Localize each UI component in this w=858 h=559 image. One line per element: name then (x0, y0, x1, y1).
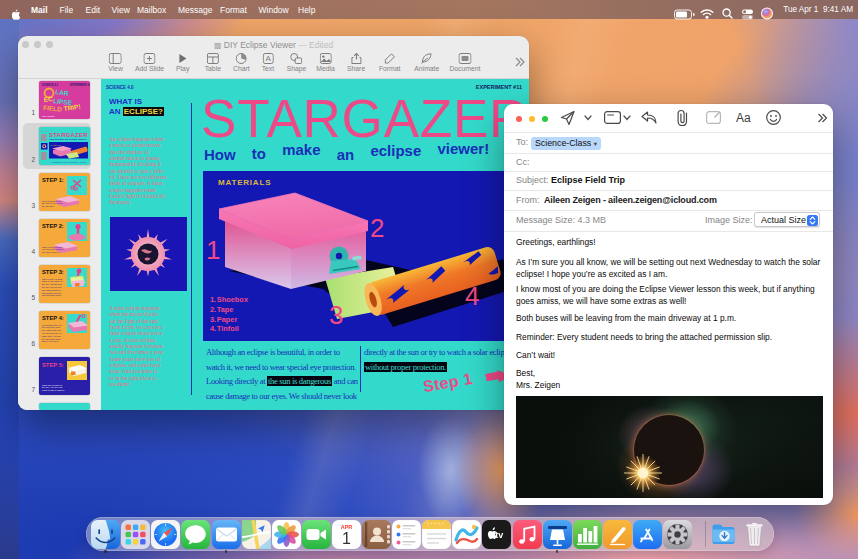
svg-text:see the white paper: see the white paper (42, 338, 61, 340)
svg-text:the pin-covered hole.: the pin-covered hole. (42, 286, 63, 288)
svg-text:LAR: LAR (55, 88, 70, 97)
svg-text:box. This is the hole: box. This is the hole (42, 329, 62, 331)
svg-text:the long side of the: the long side of the (42, 326, 61, 328)
svg-text:STEP 3:: STEP 3: (42, 269, 64, 275)
svg-text:the top on one end of: the top on one end of (42, 202, 63, 204)
svg-text:should hit the paper.: should hit the paper. (42, 294, 62, 296)
svg-text:the shoebox.: the shoebox. (42, 205, 55, 207)
svg-text:tv: tv (496, 530, 504, 540)
svg-text:ready to safely observe: ready to safely observe (42, 389, 65, 391)
svg-text:Tape a piece of tinfoil: Tape a piece of tinfoil (42, 246, 63, 248)
svg-text:pin, poke a hole in: pin, poke a hole in (42, 251, 61, 254)
svg-text:FIELD: FIELD (43, 104, 63, 113)
svg-text:1: 1 (206, 235, 220, 265)
svg-text:the box. You are now: the box. You are now (42, 386, 63, 388)
svg-text:SCIENCE 4.2: SCIENCE 4.2 (42, 83, 58, 87)
svg-text:APR: APR (341, 523, 353, 529)
svg-text:EC: EC (43, 95, 53, 103)
svg-text:STEP 2:: STEP 2: (42, 223, 64, 229)
svg-text:STEP 1:: STEP 1: (42, 177, 64, 183)
svg-text:MATERIALS: MATERIALS (51, 144, 62, 146)
svg-text:1: 1 (342, 530, 351, 547)
svg-text:Tape a piece of white: Tape a piece of white (42, 278, 63, 280)
svg-text:paper to the inside of: paper to the inside of (42, 280, 63, 282)
svg-text:The light coming in: The light coming in (42, 289, 61, 291)
svg-text:make sure you can: make sure you can (42, 335, 61, 337)
svg-text:How to make an eclipse viewer!: How to make an eclipse viewer! (49, 138, 87, 141)
svg-text:Cut a small hole into: Cut a small hole into (42, 200, 63, 202)
svg-text:EXPERIMENT #11: EXPERIMENT #11 (70, 83, 90, 87)
svg-text:Place the lid back on: Place the lid back on (42, 384, 63, 386)
svg-text:3: 3 (329, 300, 343, 330)
svg-text:4: 4 (465, 281, 479, 311)
svg-text:A: A (265, 54, 271, 63)
svg-text:over the hole. Using a: over the hole. Using a (42, 248, 64, 250)
svg-text:Although an eclipse is beautif: Although an eclipse is beautiful, in ord… (51, 161, 87, 164)
svg-text:STEP 4:: STEP 4: (42, 315, 64, 321)
svg-text:STEP 5:: STEP 5: (42, 362, 64, 368)
svg-text:through the pin hole: through the pin hole (42, 292, 62, 294)
svg-text:Cut another hole on: Cut another hole on (42, 324, 62, 326)
svg-text:Mrs. Zeigen: Mrs. Zeigen (42, 115, 55, 118)
svg-text:TRIP!: TRIP! (63, 103, 81, 112)
svg-text:2: 2 (370, 213, 384, 243)
svg-text:STARGAZER: STARGAZER (49, 132, 88, 138)
svg-text:when you look in.: when you look in. (42, 340, 59, 342)
